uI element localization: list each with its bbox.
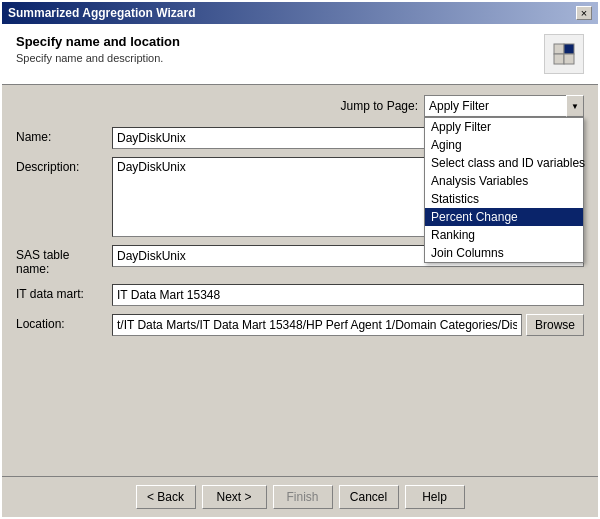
jump-to-page-label: Jump to Page:	[341, 99, 418, 113]
jump-to-page-menu: Apply Filter Aging Select class and ID v…	[424, 117, 584, 263]
sas-table-label: SAS table name:	[16, 245, 106, 276]
main-content: Jump to Page: Apply Filter ▼ Apply Filte…	[2, 85, 598, 476]
name-label: Name:	[16, 127, 106, 144]
description-label: Description:	[16, 157, 106, 174]
titlebar: Summarized Aggregation Wizard ×	[2, 2, 598, 24]
location-input[interactable]	[112, 314, 522, 336]
it-data-mart-row: IT data mart:	[16, 284, 584, 306]
header-subtitle: Specify name and description.	[16, 52, 534, 64]
location-label: Location:	[16, 314, 106, 331]
jump-to-page-dropdown[interactable]: Apply Filter ▼ Apply Filter Aging Select…	[424, 95, 584, 117]
dropdown-option-apply-filter[interactable]: Apply Filter	[425, 118, 583, 136]
jump-to-page-row: Jump to Page: Apply Filter ▼ Apply Filte…	[16, 95, 584, 117]
dropdown-option-statistics[interactable]: Statistics	[425, 190, 583, 208]
help-button[interactable]: Help	[405, 485, 465, 509]
dropdown-option-analysis[interactable]: Analysis Variables	[425, 172, 583, 190]
next-button[interactable]: Next >	[202, 485, 267, 509]
dropdown-option-join-columns[interactable]: Join Columns	[425, 244, 583, 262]
close-button[interactable]: ×	[576, 6, 592, 20]
header-icon	[544, 34, 584, 74]
browse-button[interactable]: Browse	[526, 314, 584, 336]
svg-rect-2	[554, 54, 564, 64]
finish-button[interactable]: Finish	[273, 485, 333, 509]
header-title: Specify name and location	[16, 34, 534, 49]
it-data-mart-input[interactable]	[112, 284, 584, 306]
svg-rect-1	[564, 44, 574, 54]
cancel-button[interactable]: Cancel	[339, 485, 399, 509]
dropdown-option-aging[interactable]: Aging	[425, 136, 583, 154]
back-button[interactable]: < Back	[136, 485, 196, 509]
header-section: Specify name and location Specify name a…	[2, 24, 598, 85]
wizard-window: Summarized Aggregation Wizard × Specify …	[0, 0, 600, 519]
location-row: Location: Browse	[16, 314, 584, 336]
dropdown-option-percent-change[interactable]: Percent Change	[425, 208, 583, 226]
window-title: Summarized Aggregation Wizard	[8, 6, 195, 20]
dropdown-option-ranking[interactable]: Ranking	[425, 226, 583, 244]
footer: < Back Next > Finish Cancel Help	[2, 476, 598, 517]
header-text: Specify name and location Specify name a…	[16, 34, 534, 64]
location-input-group: Browse	[112, 314, 584, 336]
dropdown-option-select-class[interactable]: Select class and ID variables	[425, 154, 583, 172]
jump-to-page-selected[interactable]: Apply Filter	[424, 95, 584, 117]
svg-rect-3	[564, 54, 574, 64]
it-data-mart-label: IT data mart:	[16, 284, 106, 301]
svg-rect-0	[554, 44, 564, 54]
